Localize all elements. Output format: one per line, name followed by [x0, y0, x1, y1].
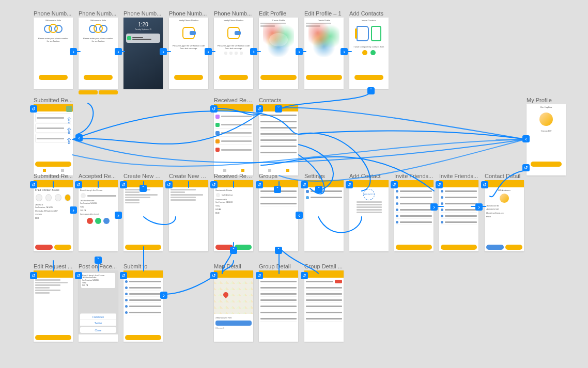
undo-node[interactable]	[30, 105, 37, 113]
share-icon[interactable]	[103, 218, 110, 224]
invite-button[interactable]	[396, 245, 432, 250]
screen-add-contacts[interactable]: Add Contacts Import Contacts I want to i…	[349, 10, 389, 89]
tab-icon[interactable]	[61, 169, 64, 172]
undo-node[interactable]	[75, 181, 82, 188]
link-node[interactable]	[274, 186, 281, 193]
undo-node[interactable]	[210, 105, 218, 113]
link-node[interactable]	[475, 203, 483, 211]
cta-button[interactable]	[219, 75, 248, 80]
screen-phone-lock[interactable]: Phone Numb... 1:20 Tuesday, September 19	[123, 10, 163, 89]
screen-verify-2[interactable]: Phone Numb... Verify Phone Number Please…	[214, 10, 253, 89]
invite-button[interactable]	[441, 245, 477, 250]
prototype-canvas[interactable]: Phone Numb... Welcome to Solo Please ent…	[0, 0, 588, 368]
link-node[interactable]	[296, 48, 303, 55]
screen-edit-request[interactable]: Edit Request ...	[34, 263, 73, 342]
directions-button[interactable]	[215, 321, 252, 326]
link-node[interactable]	[250, 48, 257, 55]
undo-node[interactable]	[165, 181, 173, 188]
undo-node[interactable]	[522, 164, 530, 171]
link-node[interactable]	[160, 48, 167, 55]
undo-node[interactable]	[210, 181, 218, 188]
screen-group-detail[interactable]: Group Detail	[259, 263, 298, 342]
link-node[interactable]	[160, 292, 167, 299]
screen-create-2[interactable]: Create New R...	[169, 173, 208, 251]
undo-node[interactable]	[120, 181, 127, 188]
link-node[interactable]	[205, 48, 212, 55]
undo-node[interactable]	[75, 272, 82, 279]
screen-invite-1[interactable]: Invite Friends...	[394, 173, 434, 251]
map-view[interactable]	[214, 278, 253, 314]
screen-verify-1[interactable]: Phone Numb... Verify Phone Number Please…	[169, 10, 208, 89]
undo-node[interactable]	[210, 272, 218, 279]
link-node[interactable]	[275, 105, 282, 113]
undo-node[interactable]	[301, 272, 308, 279]
link-node[interactable]	[315, 186, 322, 193]
screen-edit-profile-1[interactable]: Edit Profile – 1 Create Profile	[304, 10, 344, 89]
cancel-button[interactable]	[35, 245, 53, 250]
add-photo[interactable]: ADD PHOTO	[363, 189, 375, 200]
screen-received-list[interactable]: Received Req...	[214, 97, 253, 175]
screen-contact-detail[interactable]: Contact Detail Bill Anderson +650 584 24…	[485, 173, 524, 251]
edit-profile-button[interactable]	[531, 162, 562, 167]
screen-groups[interactable]: Groups	[259, 173, 298, 251]
cta-button[interactable]	[39, 75, 68, 80]
undo-node[interactable]	[391, 181, 398, 188]
link-node[interactable]	[115, 48, 122, 55]
edit-button[interactable]	[54, 245, 72, 250]
edit-profile-button[interactable]	[505, 245, 523, 250]
link-node[interactable]	[140, 185, 147, 192]
cta-button[interactable]	[260, 75, 297, 80]
screen-submitted-detail[interactable]: Submitted Re... Fried Chicken Breast 280…	[34, 173, 73, 251]
accept-icon[interactable]	[95, 218, 101, 224]
thumb[interactable]: Welcome to Solo Please enter your phone …	[34, 18, 73, 89]
link-node[interactable]	[70, 48, 77, 55]
screen-received-detail[interactable]: Received Req... Guatemala Potato Caitlin…	[214, 173, 253, 251]
link-node[interactable]	[341, 48, 348, 55]
undo-node[interactable]	[120, 272, 127, 279]
link-node[interactable]	[70, 206, 77, 214]
undo-node[interactable]	[256, 181, 263, 188]
screen-phone-1[interactable]: Phone Numb... Welcome to Solo Please ent…	[34, 10, 73, 89]
screen-invite-2[interactable]: Invite Friends...	[439, 173, 478, 251]
tab-icon[interactable]	[43, 169, 46, 172]
cta-button[interactable]	[84, 75, 113, 80]
submit-button[interactable]	[125, 335, 161, 340]
share-facebook[interactable]: Facebook	[92, 315, 104, 318]
screen-phone-2[interactable]: Phone Numb... Welcome to Solo Please ent…	[79, 10, 118, 94]
link-node[interactable]	[75, 134, 83, 141]
cta-button[interactable]	[306, 75, 342, 80]
link-node[interactable]	[430, 203, 438, 211]
screen-group-detail-edit[interactable]: Group Detail ...	[304, 263, 344, 342]
link-node[interactable]	[95, 257, 102, 264]
screen-my-profile[interactable]: My Profile Kim Hopkins 9 January 1987	[527, 97, 566, 175]
screen-settings[interactable]: Settings	[304, 173, 344, 251]
screen-post-share[interactable]: Post on Face... Ben & Jerry's Ice Cream …	[79, 263, 118, 342]
undo-node[interactable]	[481, 181, 488, 188]
link-node[interactable]	[296, 212, 303, 219]
screen-label[interactable]: Phone Numb...	[34, 10, 73, 17]
link-node[interactable]	[230, 247, 237, 254]
screen-map[interactable]: Map Detail 3 Burrows St 7km 3 Burrows St	[214, 263, 253, 342]
screen-accepted[interactable]: Accepted Re... Ben & Jerry's Ice Cream 2…	[79, 173, 118, 251]
create-request-button[interactable]	[35, 162, 71, 167]
screen-submit-to[interactable]: Submit to	[123, 263, 163, 342]
undo-node[interactable]	[30, 272, 37, 279]
reject-icon[interactable]	[87, 218, 93, 224]
link-node[interactable]	[367, 87, 375, 94]
cta-button[interactable]	[174, 75, 203, 80]
undo-node[interactable]	[436, 181, 443, 188]
link-node[interactable]	[275, 247, 282, 254]
undo-node[interactable]	[256, 105, 263, 113]
share-twitter[interactable]: Twitter	[95, 322, 102, 325]
screen-add-contact[interactable]: Add Contact ADD PHOTO	[349, 173, 389, 251]
undo-node[interactable]	[30, 181, 37, 188]
send-request-button[interactable]	[486, 245, 504, 250]
link-node[interactable]	[115, 212, 122, 219]
share-close[interactable]: Close	[95, 329, 102, 332]
link-node[interactable]	[522, 135, 530, 142]
remove-button[interactable]	[335, 280, 342, 283]
undo-node[interactable]	[256, 272, 263, 279]
cta-button[interactable]	[354, 75, 383, 80]
undo-node[interactable]	[301, 181, 308, 188]
screen-edit-profile[interactable]: Edit Profile Create Profile	[259, 10, 298, 89]
